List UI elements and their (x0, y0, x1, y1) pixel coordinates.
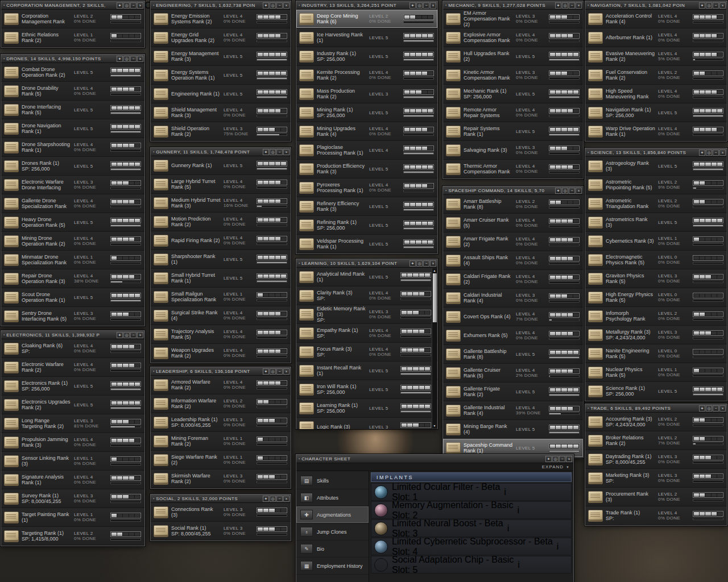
nav-item-skills[interactable]: ▤Skills (296, 472, 369, 489)
skill-row[interactable]: Small Hybrid Turret Rank (1)LEVEL 5 (151, 269, 291, 288)
nav-item-bio[interactable]: ✎Bio (296, 541, 369, 558)
skill-row[interactable]: Corporation Management RankLEVEL 20% DON… (1, 10, 144, 28)
pin-icon[interactable]: ✦ (117, 2, 123, 9)
skill-row[interactable]: Deep Core Mining Rank (6)LEVEL 20% DONE (296, 10, 437, 28)
snap-icon[interactable]: ◎ (706, 405, 712, 411)
skill-row[interactable]: Target Painting Rank (1)LEVEL 10% DONE (1, 508, 144, 527)
expand-button[interactable]: EXPAND ▼ (542, 464, 570, 469)
skill-row[interactable]: Afterburner Rank (1)LEVEL 40% DONE (585, 28, 727, 47)
info-icon[interactable]: i (517, 505, 519, 516)
minimize-icon[interactable]: − (423, 260, 429, 267)
skill-row[interactable]: Electronics Upgrades Rank (2)LEVEL 5 (1, 396, 144, 414)
skill-row[interactable]: Logic Rank (3)LEVEL 3 (296, 418, 437, 429)
skill-row[interactable]: Exhumers Rank (5)LEVEL 40% DONE (443, 326, 583, 345)
close-icon[interactable]: × (283, 2, 289, 9)
skill-row[interactable]: Caldari Industrial Rank (4)LEVEL 30% DON… (443, 289, 583, 307)
skill-row[interactable]: Scout Drone Operation Rank (1)LEVEL 5 (1, 288, 144, 307)
skill-row[interactable]: Heavy Drone Operation Rank (5)LEVEL 5 (1, 213, 144, 232)
close-icon[interactable]: × (719, 2, 726, 9)
skill-row[interactable]: Gallente Battleship Rank (8)LEVEL 5 (443, 345, 583, 364)
skill-row[interactable]: Eidetic Memory Rank (3)SP:LEVEL 30% DONE (296, 305, 437, 324)
skill-row[interactable]: Weapon Upgrades Rank (2)LEVEL 40% DONE (151, 344, 291, 363)
window-titlebar[interactable]: ▪SPACESHIP COMMAND, 14 SKILLS, 5,70✦◎−× (443, 186, 583, 195)
minimize-icon[interactable]: − (276, 496, 283, 502)
close-icon[interactable]: × (576, 188, 582, 194)
skill-row[interactable]: Refinery Efficiency Rank (3)LEVEL 5 (296, 197, 437, 216)
pin-icon[interactable]: ✦ (555, 188, 561, 194)
pin-icon[interactable]: ✦ (263, 496, 269, 502)
minimize-icon[interactable]: − (713, 149, 719, 156)
pin-icon[interactable]: ✦ (699, 2, 705, 9)
skill-row[interactable]: Siege Warfare Rank (2)LEVEL 10% DONE (151, 451, 291, 469)
skill-row[interactable]: Evasive Maneuvering Rank (2)LEVEL 45% DO… (585, 47, 727, 66)
snap-icon[interactable]: ◎ (416, 2, 423, 9)
skill-row[interactable]: Survey Rank (1)SP: 8,000/45,255LEVEL 30%… (1, 489, 144, 508)
skill-row[interactable]: Astrometric Triangulation RankLEVEL 20% … (585, 194, 727, 213)
skill-row[interactable]: Kinetic Armor Compensation RankLEVEL 30%… (443, 66, 583, 85)
implant-row[interactable]: Memory Augmentation - BasicSlot: 2i (371, 501, 572, 519)
snap-icon[interactable]: ◎ (270, 368, 276, 375)
skill-row[interactable]: Infomorph Psychology RankLEVEL 20% DONE (585, 307, 727, 326)
minimize-icon[interactable]: − (276, 2, 283, 9)
implant-row[interactable]: Social Adaptation Chip - BasicSlot: 5i (371, 556, 572, 573)
skill-row[interactable]: Astrometric Pinpointing Rank (5)LEVEL 29… (585, 176, 727, 194)
pin-icon[interactable]: ✦ (699, 149, 705, 156)
skill-row[interactable]: Ethnic Relations Rank (2)LEVEL 10% DONE (1, 28, 144, 47)
skill-row[interactable]: Fuel Conservation Rank (2)LEVEL 20% DONE (585, 66, 727, 85)
skill-row[interactable]: Energy Emission Systems Rank (2)LEVEL 40… (151, 10, 291, 28)
skill-row[interactable]: Shield Management Rank (3)LEVEL 40% DONE (151, 103, 291, 122)
snap-icon[interactable]: ◎ (123, 56, 130, 62)
skill-row[interactable]: EM Armor Compensation Rank (2)LEVEL 30% … (443, 10, 583, 28)
skill-row[interactable]: Leadership Rank (1)SP: 8,000/45,255LEVEL… (151, 413, 291, 432)
skill-row[interactable]: Mining Foreman Rank (2)LEVEL 10% DONE (151, 432, 291, 451)
skill-row[interactable]: Skirmish Warfare Rank (2)LEVEL 30% DONE (151, 469, 291, 488)
skill-row[interactable]: Mining Rank (1)SP: 256,000LEVEL 5 (296, 103, 437, 122)
info-icon[interactable]: i (504, 487, 506, 497)
snap-icon[interactable]: ◎ (123, 332, 130, 338)
skill-row[interactable]: Sharpshooter Rank (1)LEVEL 5 (151, 250, 291, 269)
skill-row[interactable]: Propulsion Jamming Rank (3)LEVEL 40% DON… (1, 433, 144, 452)
snap-icon[interactable]: ◎ (270, 496, 276, 502)
skill-row[interactable]: Pyroxeres Processing Rank (1)LEVEL 40% D… (296, 178, 437, 197)
skill-row[interactable]: Nuclear Physics Rank (5)LEVEL 10% DONE (585, 363, 727, 382)
skill-row[interactable]: Cybernetics Rank (3)LEVEL 10% DONE (585, 232, 727, 251)
window-titlebar[interactable]: ▪LEARNING, 10 SKILLS, 1,629,104 POINT✦◎−… (296, 259, 437, 268)
close-icon[interactable]: × (430, 2, 436, 9)
snap-icon[interactable]: ◎ (123, 2, 130, 9)
minimize-icon[interactable]: − (569, 188, 575, 194)
skill-row[interactable]: Caldari Frigate Rank (2)LEVEL 40% DONE (443, 270, 583, 289)
close-icon[interactable]: × (719, 149, 726, 156)
minimize-icon[interactable]: − (713, 405, 719, 411)
snap-icon[interactable]: ◎ (562, 2, 568, 9)
skill-row[interactable]: Electronics Rank (1)SP: 256,000LEVEL 5 (1, 377, 144, 396)
skill-row[interactable]: Procurement Rank (3)LEVEL 20% DONE (585, 488, 727, 506)
pin-icon[interactable]: ✦ (410, 2, 416, 9)
skill-row[interactable]: Drones Rank (1)SP: 256,000LEVEL 5 (1, 157, 144, 176)
skill-row[interactable]: Drone Interfacing Rank (5)LEVEL 5 (1, 101, 144, 119)
skill-row[interactable]: Signature Analysis Rank (1)LEVEL 40% DON… (1, 471, 144, 489)
window-titlebar[interactable]: ▪LEADERSHIP, 6 SKILLS, 136,168 POINT✦◎−× (151, 367, 291, 376)
skill-row[interactable]: Ice Harvesting Rank (1)LEVEL 5 (296, 28, 437, 47)
snap-icon[interactable]: ◎ (270, 2, 276, 9)
scroll-down-icon[interactable]: ▼ (433, 423, 436, 428)
skill-row[interactable]: Marketing Rank (3)SP:LEVEL 30% DONE (585, 469, 727, 488)
minimize-icon[interactable]: − (276, 149, 283, 155)
window-titlebar[interactable]: ▪TRADE, 6 SKILLS, 89,492 POINTS✦◎−× (585, 404, 727, 413)
skill-row[interactable]: High Energy Physics Rank (5)LEVEL 00% DO… (585, 288, 727, 307)
skill-row[interactable]: Trade Rank (1)SP:LEVEL 40% DONE (585, 506, 727, 525)
skill-row[interactable]: Trajectory Analysis Rank (5)LEVEL 40% DO… (151, 325, 291, 344)
skill-row[interactable]: Remote Armor Repair SystemsLEVEL 40% DON… (443, 103, 583, 122)
skill-row[interactable]: Surgical Strike Rank (4)LEVEL 40% DONE (151, 306, 291, 325)
skill-row[interactable]: Mining Barge Rank (4)LEVEL 5 (443, 420, 583, 439)
implant-row[interactable]: Limited Ocular Filter - BetaSlot: 1i (371, 483, 572, 501)
scrollbar-thumb[interactable] (433, 273, 437, 322)
skill-row[interactable]: Production Efficiency Rank (3)LEVEL 5 (296, 160, 437, 178)
skill-row[interactable]: Navigation Rank (1)SP: 256,000LEVEL 5 (585, 103, 727, 122)
skill-row[interactable]: Engineering Rank (1)LEVEL 5 (151, 85, 291, 103)
snap-icon[interactable]: ◎ (270, 149, 276, 155)
skill-row[interactable]: Kernite Processing Rank (2)LEVEL 40% DON… (296, 66, 437, 85)
skill-row[interactable]: Refining Rank (1)SP: 256,000LEVEL 5 (296, 216, 437, 235)
skill-row[interactable]: Cloaking Rank (6)SP:LEVEL 40% DONE (1, 339, 144, 358)
skill-row[interactable]: High Speed Maneuvering RankLEVEL 40% DON… (585, 85, 727, 103)
skill-row[interactable]: Electronic Warfare Rank (2)LEVEL 40% DON… (1, 358, 144, 377)
